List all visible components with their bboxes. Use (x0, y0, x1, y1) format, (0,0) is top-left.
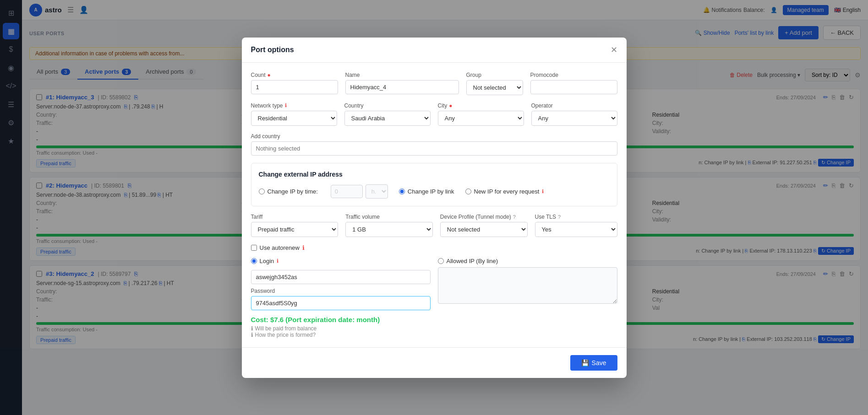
city-label: City ● (438, 102, 524, 109)
device-profile-label: Device Profile (Tunnel mode) ? (440, 214, 528, 220)
count-required: ● (267, 72, 271, 78)
count-label: Count ● (251, 72, 338, 78)
change-ip-title: Change external IP address (259, 171, 610, 178)
cost-text: Cost: $7.6 (Port expiration date: month) (251, 316, 617, 323)
network-type-label: Network type ℹ (251, 102, 337, 109)
use-tls-help-icon: ? (558, 214, 561, 220)
modal-close-button[interactable]: ✕ (611, 45, 617, 55)
group-select[interactable]: Not selected (466, 80, 523, 95)
change-ip-radio-group: Change IP by time: h. Change IP by link (259, 184, 610, 199)
add-country-label: Add country (251, 133, 617, 140)
tariff-select[interactable]: Prepaid traffic (251, 222, 338, 237)
login-info-icon: ℹ (277, 258, 278, 264)
login-radio[interactable] (251, 258, 257, 264)
change-ip-by-link-option[interactable]: Change IP by link (399, 188, 454, 195)
save-icon: 💾 (581, 359, 589, 366)
tariff-label: Tariff (251, 214, 338, 220)
use-tls-select[interactable]: Yes (535, 222, 617, 237)
count-input[interactable] (251, 80, 338, 94)
promo-input[interactable] (530, 80, 617, 94)
time-input[interactable] (331, 185, 363, 198)
new-ip-every-request-radio[interactable] (465, 189, 471, 194)
port-options-modal: Port options ✕ Count ● Name Group (242, 38, 627, 378)
allowed-ip-radio[interactable] (438, 258, 444, 264)
cost-section: Cost: $7.6 (Port expiration date: month)… (251, 316, 617, 338)
traffic-volume-select[interactable]: 1 GB (345, 222, 433, 237)
network-type-select[interactable]: Residential (251, 111, 337, 126)
autorenew-option[interactable]: Use autorenew ℹ (251, 244, 617, 251)
cost-note-1: ℹ Will be paid from balance (251, 325, 617, 332)
traffic-volume-label: Traffic volume (345, 214, 433, 220)
password-label: Password (251, 288, 431, 294)
add-country-input[interactable] (251, 141, 617, 156)
autorenew-checkbox[interactable] (251, 245, 257, 251)
allowed-ip-radio-option[interactable]: Allowed IP (By line) (438, 258, 617, 264)
login-input[interactable] (251, 270, 431, 284)
credentials-row: Login ℹ Password Allowed IP (By line) (251, 258, 617, 310)
info-circle-icon: ℹ (251, 325, 253, 332)
modal-title: Port options (251, 46, 294, 54)
city-required: ● (449, 102, 452, 109)
change-ip-by-time-radio[interactable] (259, 189, 265, 194)
info-circle-2-icon: ℹ (251, 332, 253, 338)
device-profile-help-icon: ? (513, 214, 516, 220)
promo-label: Promocode (530, 72, 617, 78)
password-input[interactable] (251, 296, 431, 310)
autorenew-info-icon: ℹ (302, 244, 305, 251)
operator-select[interactable]: Any (531, 111, 617, 126)
group-label: Group (466, 72, 523, 78)
country-select[interactable]: Saudi Arabia (344, 111, 431, 126)
modal-overlay: Port options ✕ Count ● Name Group (0, 0, 868, 415)
change-ip-by-time-option[interactable]: Change IP by time: (259, 188, 318, 195)
operator-label: Operator (531, 102, 617, 109)
network-type-info-icon: ℹ (285, 102, 287, 108)
name-input[interactable] (345, 80, 459, 94)
city-select[interactable]: Any (438, 111, 524, 126)
save-button[interactable]: 💾 Save (570, 355, 617, 371)
change-ip-section: Change external IP address Change IP by … (251, 163, 617, 206)
change-ip-by-link-radio[interactable] (399, 189, 405, 194)
use-tls-label: Use TLS ? (535, 214, 617, 220)
device-profile-select[interactable]: Not selected (440, 222, 528, 237)
country-label: Country (344, 102, 431, 109)
cost-note-2: ℹ How the price is formed? (251, 332, 617, 338)
new-ip-info-icon: ℹ (542, 189, 544, 194)
name-label: Name (345, 72, 459, 78)
login-radio-option[interactable]: Login ℹ (251, 258, 431, 264)
time-unit-select[interactable]: h. (366, 184, 388, 199)
allowed-ip-textarea[interactable] (438, 267, 617, 304)
new-ip-every-request-option[interactable]: New IP for every request ℹ (465, 188, 544, 195)
